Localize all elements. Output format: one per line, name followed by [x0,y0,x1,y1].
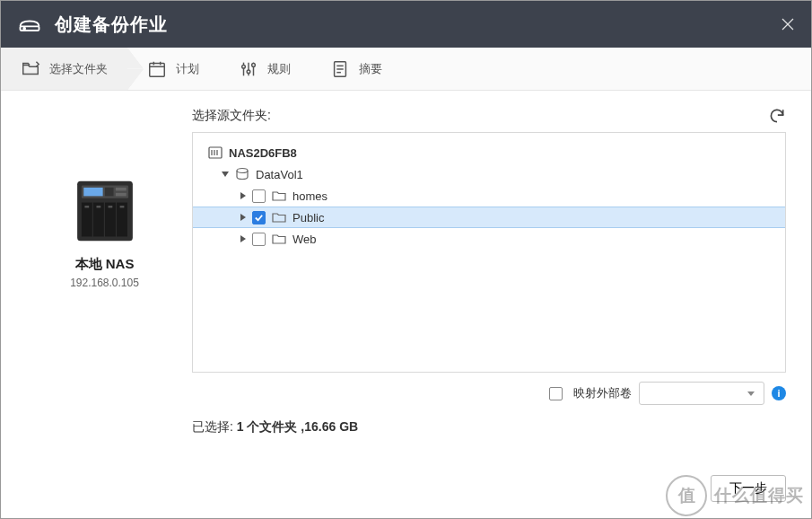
info-icon[interactable]: i [772,386,786,400]
svg-marker-36 [222,172,229,177]
svg-rect-32 [209,147,222,158]
tab-label: 选择文件夹 [49,61,108,77]
folder-tree: NAS2D6FB8 DataVol1 homes Pub [192,132,786,373]
svg-rect-28 [84,206,89,207]
tab-summary[interactable]: 摘要 [310,48,402,90]
tree-node-label: Public [292,211,324,224]
svg-marker-41 [747,391,755,396]
watermark: 值 什么值得买 [666,475,804,516]
folder-icon [271,231,287,247]
svg-marker-40 [240,235,246,242]
folder-checkbox[interactable] [252,211,266,224]
folder-select-panel: 选择源文件夹: NAS2D6FB8 DataVol1 [192,107,786,502]
svg-rect-23 [115,193,126,197]
tab-select-folder[interactable]: 选择文件夹 [1,48,127,90]
dialog-window: 创建备份作业 选择文件夹 计划 规则 摘要 [0,0,812,519]
expander-down-icon[interactable] [220,169,231,180]
expander-right-icon[interactable] [238,190,249,201]
summary-icon [330,59,350,79]
tab-label: 摘要 [359,61,382,77]
folder-checkbox[interactable] [252,189,266,203]
under-panel-row: 映射外部卷 i [192,382,786,405]
source-device-panel: 本地 NAS 192.168.0.105 [17,107,192,502]
tree-node-label: DataVol1 [256,168,303,181]
selection-summary: 已选择: 1 个文件夹 ,16.66 GB [192,419,786,435]
svg-rect-20 [83,188,102,197]
folder-icon [271,188,287,204]
tree-node-label: homes [292,189,327,203]
svg-rect-21 [105,188,114,197]
svg-marker-38 [240,192,246,199]
tree-volume[interactable]: DataVol1 [193,163,785,185]
svg-rect-22 [115,188,126,191]
tab-schedule[interactable]: 计划 [127,48,219,90]
svg-rect-4 [150,63,165,76]
refresh-icon[interactable] [768,107,786,125]
svg-marker-39 [240,214,246,221]
calendar-icon [147,59,167,79]
expander-right-icon[interactable] [238,212,249,223]
tree-folder-public[interactable]: Public [193,207,785,228]
panel-title-label: 选择源文件夹: [192,108,271,124]
svg-point-11 [242,65,246,68]
nas-illustration-icon [71,177,139,245]
tab-rules[interactable]: 规则 [219,48,310,90]
tab-label: 计划 [176,61,199,77]
svg-rect-30 [108,206,112,207]
expander-right-icon[interactable] [238,233,249,244]
chevron-down-icon [746,388,756,399]
svg-point-13 [252,63,256,66]
source-device-ip: 192.168.0.105 [70,277,139,289]
disk-icon [234,166,250,182]
panel-header: 选择源文件夹: [192,107,786,125]
source-device-name: 本地 NAS [75,256,135,273]
step-tabs: 选择文件夹 计划 规则 摘要 [1,48,811,91]
folder-icon [271,209,287,225]
svg-point-1 [23,28,25,30]
svg-rect-31 [119,206,124,207]
tree-node-label: NAS2D6FB8 [229,146,297,160]
close-icon[interactable] [781,17,795,31]
svg-point-12 [247,69,250,73]
folder-select-icon [21,59,40,79]
tree-folder-homes[interactable]: homes [193,185,785,207]
dialog-body: 本地 NAS 192.168.0.105 选择源文件夹: NAS2D6FB8 [1,91,811,518]
nas-root-icon [207,145,223,161]
sliders-icon [239,59,258,79]
map-external-select[interactable] [639,382,764,405]
tree-root[interactable]: NAS2D6FB8 [193,142,785,163]
map-external-label: 映射外部卷 [573,385,632,401]
selected-prefix: 已选择: [192,419,237,434]
svg-rect-29 [96,206,100,207]
nas-device-icon [17,12,42,37]
tab-label: 规则 [267,61,291,77]
svg-point-37 [237,169,248,173]
dialog-title: 创建备份作业 [55,13,168,37]
titlebar: 创建备份作业 [1,1,811,48]
map-external-checkbox[interactable] [549,387,563,400]
watermark-text: 什么值得买 [714,484,804,507]
tree-folder-web[interactable]: Web [193,228,785,250]
watermark-badge: 值 [666,475,707,516]
selected-value: 1 个文件夹 ,16.66 GB [237,419,358,434]
folder-checkbox[interactable] [252,233,266,246]
tree-node-label: Web [292,233,317,246]
